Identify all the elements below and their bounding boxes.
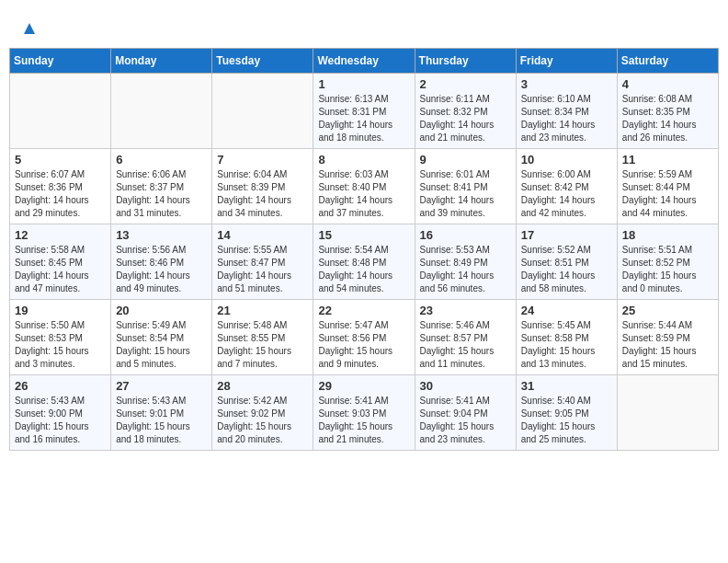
calendar-cell: 23Sunrise: 5:46 AM Sunset: 8:57 PM Dayli… — [415, 300, 516, 375]
day-number: 19 — [15, 304, 106, 317]
calendar-cell: 11Sunrise: 5:59 AM Sunset: 8:44 PM Dayli… — [617, 149, 718, 224]
cell-info: Sunrise: 5:49 AM Sunset: 8:54 PM Dayligh… — [116, 319, 207, 371]
calendar-cell: 12Sunrise: 5:58 AM Sunset: 8:45 PM Dayli… — [10, 224, 111, 300]
calendar-cell: 26Sunrise: 5:43 AM Sunset: 9:00 PM Dayli… — [10, 375, 111, 451]
week-row-3: 12Sunrise: 5:58 AM Sunset: 8:45 PM Dayli… — [10, 224, 719, 300]
cell-info: Sunrise: 5:44 AM Sunset: 8:59 PM Dayligh… — [622, 319, 713, 371]
calendar-cell — [10, 74, 111, 149]
calendar-cell: 5Sunrise: 6:07 AM Sunset: 8:36 PM Daylig… — [10, 149, 111, 224]
column-header-saturday: Saturday — [617, 49, 718, 74]
cell-info: Sunrise: 5:45 AM Sunset: 8:58 PM Dayligh… — [521, 319, 612, 371]
cell-info: Sunrise: 5:40 AM Sunset: 9:05 PM Dayligh… — [521, 395, 612, 446]
column-header-monday: Monday — [111, 49, 212, 74]
week-row-2: 5Sunrise: 6:07 AM Sunset: 8:36 PM Daylig… — [10, 149, 719, 224]
svg-marker-0 — [24, 23, 35, 34]
calendar-cell: 28Sunrise: 5:42 AM Sunset: 9:02 PM Dayli… — [212, 375, 313, 451]
cell-info: Sunrise: 6:07 AM Sunset: 8:36 PM Dayligh… — [15, 168, 106, 220]
day-number: 25 — [622, 304, 713, 317]
cell-info: Sunrise: 6:08 AM Sunset: 8:35 PM Dayligh… — [622, 93, 713, 144]
calendar-cell — [212, 74, 313, 149]
page-header — [9, 9, 719, 44]
day-number: 29 — [318, 379, 409, 393]
calendar-cell: 19Sunrise: 5:50 AM Sunset: 8:53 PM Dayli… — [10, 300, 111, 375]
cell-info: Sunrise: 5:41 AM Sunset: 9:04 PM Dayligh… — [420, 395, 511, 446]
day-number: 3 — [521, 77, 612, 91]
cell-info: Sunrise: 5:43 AM Sunset: 9:01 PM Dayligh… — [116, 395, 207, 446]
day-number: 10 — [521, 153, 612, 167]
cell-info: Sunrise: 5:47 AM Sunset: 8:56 PM Dayligh… — [318, 319, 409, 371]
calendar-cell: 25Sunrise: 5:44 AM Sunset: 8:59 PM Dayli… — [617, 300, 718, 375]
cell-info: Sunrise: 6:10 AM Sunset: 8:34 PM Dayligh… — [521, 93, 612, 144]
day-number: 11 — [622, 153, 713, 167]
day-number: 18 — [622, 228, 713, 242]
calendar-cell: 15Sunrise: 5:54 AM Sunset: 8:48 PM Dayli… — [313, 224, 415, 300]
calendar-cell: 6Sunrise: 6:06 AM Sunset: 8:37 PM Daylig… — [111, 149, 212, 224]
calendar-cell: 17Sunrise: 5:52 AM Sunset: 8:51 PM Dayli… — [516, 224, 617, 300]
cell-info: Sunrise: 5:56 AM Sunset: 8:46 PM Dayligh… — [116, 244, 207, 295]
day-number: 12 — [15, 228, 106, 242]
day-number: 27 — [116, 379, 207, 393]
column-header-sunday: Sunday — [10, 49, 111, 74]
cell-info: Sunrise: 5:48 AM Sunset: 8:55 PM Dayligh… — [217, 319, 308, 371]
day-number: 26 — [15, 379, 106, 393]
cell-info: Sunrise: 5:53 AM Sunset: 8:49 PM Dayligh… — [420, 244, 511, 295]
calendar-cell: 27Sunrise: 5:43 AM Sunset: 9:01 PM Dayli… — [111, 375, 212, 451]
column-header-friday: Friday — [516, 49, 617, 74]
calendar-cell: 24Sunrise: 5:45 AM Sunset: 8:58 PM Dayli… — [516, 300, 617, 375]
cell-info: Sunrise: 6:06 AM Sunset: 8:37 PM Dayligh… — [116, 168, 207, 220]
calendar-cell: 10Sunrise: 6:00 AM Sunset: 8:42 PM Dayli… — [516, 149, 617, 224]
day-number: 8 — [318, 153, 409, 167]
column-header-wednesday: Wednesday — [313, 49, 415, 74]
logo-icon — [20, 19, 39, 38]
day-number: 13 — [116, 228, 207, 242]
day-number: 5 — [15, 153, 106, 167]
calendar-cell — [617, 375, 718, 451]
calendar-table: SundayMondayTuesdayWednesdayThursdayFrid… — [9, 48, 719, 451]
day-number: 16 — [420, 228, 511, 242]
calendar-cell: 4Sunrise: 6:08 AM Sunset: 8:35 PM Daylig… — [617, 74, 718, 149]
day-number: 4 — [622, 77, 713, 91]
week-row-4: 19Sunrise: 5:50 AM Sunset: 8:53 PM Dayli… — [10, 300, 719, 375]
day-number: 31 — [521, 379, 612, 393]
day-number: 22 — [318, 304, 409, 317]
calendar-cell: 9Sunrise: 6:01 AM Sunset: 8:41 PM Daylig… — [415, 149, 516, 224]
day-number: 24 — [521, 304, 612, 317]
calendar-cell: 3Sunrise: 6:10 AM Sunset: 8:34 PM Daylig… — [516, 74, 617, 149]
column-header-tuesday: Tuesday — [212, 49, 313, 74]
cell-info: Sunrise: 5:43 AM Sunset: 9:00 PM Dayligh… — [15, 395, 106, 446]
day-number: 17 — [521, 228, 612, 242]
calendar-cell: 21Sunrise: 5:48 AM Sunset: 8:55 PM Dayli… — [212, 300, 313, 375]
column-header-thursday: Thursday — [415, 49, 516, 74]
logo — [18, 17, 39, 40]
cell-info: Sunrise: 5:50 AM Sunset: 8:53 PM Dayligh… — [15, 319, 106, 371]
calendar-cell: 20Sunrise: 5:49 AM Sunset: 8:54 PM Dayli… — [111, 300, 212, 375]
calendar-cell: 22Sunrise: 5:47 AM Sunset: 8:56 PM Dayli… — [313, 300, 415, 375]
cell-info: Sunrise: 5:58 AM Sunset: 8:45 PM Dayligh… — [15, 244, 106, 295]
cell-info: Sunrise: 5:55 AM Sunset: 8:47 PM Dayligh… — [217, 244, 308, 295]
cell-info: Sunrise: 5:59 AM Sunset: 8:44 PM Dayligh… — [622, 168, 713, 220]
day-number: 15 — [318, 228, 409, 242]
cell-info: Sunrise: 5:41 AM Sunset: 9:03 PM Dayligh… — [318, 395, 409, 446]
calendar-cell: 31Sunrise: 5:40 AM Sunset: 9:05 PM Dayli… — [516, 375, 617, 451]
cell-info: Sunrise: 5:46 AM Sunset: 8:57 PM Dayligh… — [420, 319, 511, 371]
cell-info: Sunrise: 6:04 AM Sunset: 8:39 PM Dayligh… — [217, 168, 308, 220]
day-number: 23 — [420, 304, 511, 317]
day-number: 20 — [116, 304, 207, 317]
cell-info: Sunrise: 6:11 AM Sunset: 8:32 PM Dayligh… — [420, 93, 511, 144]
calendar-cell: 7Sunrise: 6:04 AM Sunset: 8:39 PM Daylig… — [212, 149, 313, 224]
calendar-cell — [111, 74, 212, 149]
calendar-cell: 2Sunrise: 6:11 AM Sunset: 8:32 PM Daylig… — [415, 74, 516, 149]
day-number: 6 — [116, 153, 207, 167]
week-row-5: 26Sunrise: 5:43 AM Sunset: 9:00 PM Dayli… — [10, 375, 719, 451]
day-number: 21 — [217, 304, 308, 317]
header-row: SundayMondayTuesdayWednesdayThursdayFrid… — [10, 49, 719, 74]
day-number: 9 — [420, 153, 511, 167]
day-number: 28 — [217, 379, 308, 393]
cell-info: Sunrise: 6:00 AM Sunset: 8:42 PM Dayligh… — [521, 168, 612, 220]
day-number: 30 — [420, 379, 511, 393]
calendar-cell: 13Sunrise: 5:56 AM Sunset: 8:46 PM Dayli… — [111, 224, 212, 300]
calendar-cell: 18Sunrise: 5:51 AM Sunset: 8:52 PM Dayli… — [617, 224, 718, 300]
week-row-1: 1Sunrise: 6:13 AM Sunset: 8:31 PM Daylig… — [10, 74, 719, 149]
calendar-cell: 14Sunrise: 5:55 AM Sunset: 8:47 PM Dayli… — [212, 224, 313, 300]
day-number: 2 — [420, 77, 511, 91]
